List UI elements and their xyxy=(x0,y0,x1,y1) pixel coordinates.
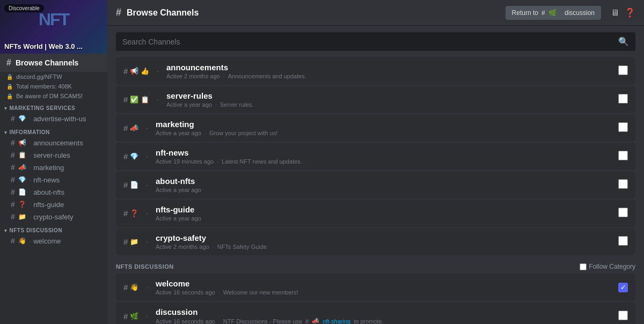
search-bar-area: 🔍 xyxy=(107,26,644,57)
sidebar-channel-marketing[interactable]: # 📣 · marketing xyxy=(2,161,105,173)
row-thumbsup-icon: 👍 xyxy=(141,67,149,75)
checkbox-about-nfts[interactable] xyxy=(618,179,628,190)
sidebar-category-marketing[interactable]: ▾ MARKETING SERVICES xyxy=(0,101,107,112)
sidebar-channel-nfts-guide[interactable]: # ❓ · nfts-guide xyxy=(2,198,105,210)
page-title: Browse Channels xyxy=(127,8,199,18)
channel-folder-icon: 📁 xyxy=(18,213,26,220)
dot-sep: · xyxy=(157,95,159,104)
help-icon-button[interactable]: ❓ xyxy=(625,8,635,18)
channel-meta-nfts-guide: Active a year ago xyxy=(156,215,613,222)
chevron-down-icon-2: ▾ xyxy=(4,130,8,135)
row-clipboard-icon: 📋 xyxy=(141,95,149,104)
lock-icon-3: 🔒 xyxy=(6,93,13,99)
discoverable-badge: Discoverable xyxy=(4,4,44,12)
row-link-icon-inline: 📣 xyxy=(312,318,319,324)
monitor-icon-button[interactable]: 🖥 xyxy=(611,8,619,18)
sidebar-crypto-safety-label: crypto-safety xyxy=(33,213,73,221)
sidebar-browse-button[interactable]: # Browse Channels xyxy=(0,54,107,72)
channel-hash-icon-rules: # xyxy=(11,151,15,159)
sidebar-category-information-label: INFORMATION xyxy=(10,129,50,135)
row-hash-mkt: # xyxy=(123,123,128,132)
sidebar-info-members: 🔒 Total members: 408K xyxy=(0,82,107,91)
sidebar-scam-warning: Be aware of DM SCAMS! xyxy=(16,93,83,99)
follow-category-button[interactable]: Follow Category xyxy=(580,263,635,270)
channel-name-nfts-guide: nfts-guide xyxy=(156,205,613,214)
sidebar-info-link[interactable]: 🔒 discord.gg/NFTW xyxy=(0,72,107,82)
checkbox-announcements[interactable] xyxy=(618,65,628,77)
channel-row-nft-news[interactable]: # 💎 · nft-news Active 19 minutes ago · L… xyxy=(116,143,635,170)
checkbox-welcome-checked[interactable]: ✓ xyxy=(618,283,628,292)
follow-category-checkbox[interactable] xyxy=(580,263,587,270)
sidebar-channel-advertise[interactable]: # 💎 · advertise-with-us xyxy=(2,113,105,124)
sidebar-channel-server-rules[interactable]: # 📋 · server-rules xyxy=(2,149,105,161)
checkbox-crypto-safety[interactable] xyxy=(618,236,628,247)
channel-meta-rules: Active a year ago · Server rules. xyxy=(166,101,613,108)
checkbox-discussion[interactable] xyxy=(618,311,628,322)
channel-hash-icon-welcome: # xyxy=(11,237,15,245)
sidebar-nfts-guide-label: nfts-guide xyxy=(33,201,64,209)
channel-row-marketing[interactable]: # 📣 · marketing Active a year ago · Grow… xyxy=(116,114,635,142)
nft-sharing-link[interactable]: nft-sharing xyxy=(323,318,350,325)
return-channel-name: discussion xyxy=(565,9,595,17)
checkbox-nft-news[interactable] xyxy=(618,151,628,162)
channel-hash-icon-about: # xyxy=(11,188,15,196)
channel-icons-marketing: # 📣 xyxy=(123,123,138,132)
checkbox-nfts-guide[interactable] xyxy=(618,208,628,219)
sidebar-category-nfts-discussion[interactable]: ▾ NFTS DISCUSSION xyxy=(0,223,107,234)
checkbox-marketing[interactable] xyxy=(618,122,628,134)
channel-info-crypto-safety: crypto-safety Active 2 months ago · NFTs… xyxy=(156,233,613,250)
sidebar-category-nfts-discussion-label: NFTS DISCUSSION xyxy=(10,227,63,233)
channel-row-nfts-guide[interactable]: # ❓ · nfts-guide Active a year ago xyxy=(116,200,635,227)
sidebar-channel-about-nfts[interactable]: # 📄 · about-nfts xyxy=(2,186,105,198)
channel-row-about-nfts[interactable]: # 📄 · about-nfts Active a year ago xyxy=(116,171,635,198)
sidebar-channels-list: 🔒 discord.gg/NFTW 🔒 Total members: 408K … xyxy=(0,72,107,324)
channel-row-server-rules[interactable]: # ✅ 📋 · server-rules Active a year ago ·… xyxy=(116,86,635,113)
channel-meta-marketing: Active a year ago · Grow your project wi… xyxy=(156,130,613,136)
row-hash-crypto: # xyxy=(123,237,128,246)
sidebar-channel-welcome[interactable]: # 👋 · welcome xyxy=(2,235,105,247)
sidebar-category-marketing-label: MARKETING SERVICES xyxy=(10,105,76,111)
channel-row-welcome[interactable]: # 👋 · welcome Active 16 seconds ago · We… xyxy=(116,274,635,301)
lock-icon-1: 🔒 xyxy=(6,74,13,80)
sidebar-channel-nft-news[interactable]: # 💎 · nft-news xyxy=(2,174,105,186)
search-bar: 🔍 xyxy=(116,32,635,51)
main-content: # Browse Channels Return to # 🌿 · discus… xyxy=(107,0,644,324)
channel-row-crypto-safety[interactable]: # 📁 · crypto-safety Active 2 months ago … xyxy=(116,228,635,255)
channel-icons-nft-news: # 💎 xyxy=(123,152,138,161)
sidebar-channel-announcements[interactable]: # 📢 · announcements xyxy=(2,137,105,149)
channel-row-announcements[interactable]: # 📢 👍 · announcements Active 2 months ag… xyxy=(116,57,635,85)
row-megaphone-icon: 📢 xyxy=(130,67,138,75)
return-button[interactable]: Return to # 🌿 · discussion xyxy=(506,6,601,20)
sidebar-channel-advertise-label: advertise-with-us xyxy=(33,115,86,123)
sidebar-info-scam: 🔒 Be aware of DM SCAMS! xyxy=(0,91,107,101)
channel-diamond-icon: 💎 xyxy=(18,115,26,122)
dot-sep: · xyxy=(146,283,148,291)
channel-icons-welcome: # 👋 xyxy=(123,283,138,292)
search-input[interactable] xyxy=(122,38,614,46)
channel-diamond2-icon: 💎 xyxy=(18,176,26,183)
sidebar-category-information[interactable]: ▾ INFORMATION xyxy=(0,125,107,136)
channel-clipboard-icon: 📋 xyxy=(18,151,26,159)
channel-row-discussion[interactable]: # 🌿 · discussion Active 16 seconds ago ·… xyxy=(116,302,635,324)
channel-hash-icon: # xyxy=(11,114,15,123)
return-hash-icon: # xyxy=(541,9,545,17)
row-checkbox-icon: ✅ xyxy=(130,95,138,104)
channel-name-marketing: marketing xyxy=(156,120,613,129)
dot-sep: · xyxy=(146,209,148,217)
channel-wave-icon: 👋 xyxy=(18,237,26,245)
chevron-down-icon-3: ▾ xyxy=(4,228,8,233)
dot-sep: · xyxy=(157,67,159,75)
row-sprout-icon: 🌿 xyxy=(130,312,138,320)
sidebar-rules-label: server-rules xyxy=(33,151,70,159)
sidebar-channel-crypto-safety[interactable]: # 📁 · crypto-safety xyxy=(2,211,105,223)
channel-info-announcements: announcements Active 2 months ago · Anno… xyxy=(166,63,613,79)
channel-info-marketing: marketing Active a year ago · Grow your … xyxy=(156,120,613,136)
row-hash-discussion: # xyxy=(123,312,128,321)
server-name: NFTs World | Web 3.0 ... xyxy=(4,42,83,50)
channel-doc-icon: 📄 xyxy=(18,188,26,196)
row-hash-rules: # xyxy=(123,95,128,104)
checkbox-server-rules[interactable] xyxy=(618,94,628,105)
header-icons: 🖥 ❓ xyxy=(611,8,635,18)
channel-meta-discussion: Active 16 seconds ago · NTF Discussions … xyxy=(156,318,613,324)
dot-sep: · xyxy=(146,312,148,320)
